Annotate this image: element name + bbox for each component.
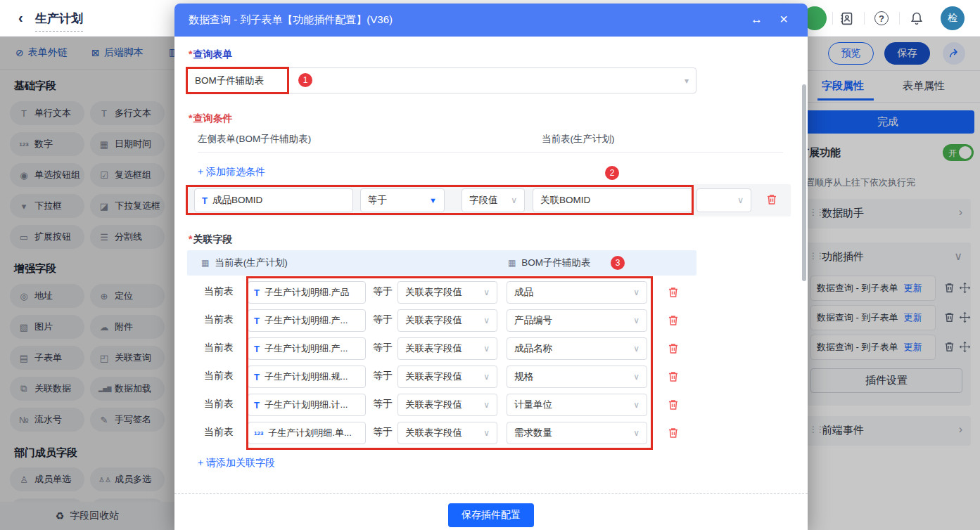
- header-divider: [864, 12, 865, 25]
- chevron-down-icon: ∨: [633, 400, 639, 410]
- row-field-input[interactable]: T子生产计划明细.产...: [248, 309, 366, 332]
- row-value-select[interactable]: 成品名称∨: [507, 337, 647, 360]
- condition-operator-select[interactable]: 等于 ▼: [360, 188, 445, 212]
- help-icon[interactable]: ?: [872, 9, 891, 27]
- text-field-icon: T: [254, 344, 260, 354]
- row-mode-select[interactable]: 关联表字段值∨: [397, 422, 497, 444]
- contacts-icon[interactable]: [837, 9, 855, 27]
- delete-row-icon[interactable]: [667, 370, 680, 383]
- condition-header-divider: [198, 152, 783, 153]
- text-field-icon: T: [202, 195, 208, 206]
- header-divider: [832, 12, 833, 25]
- delete-row-icon[interactable]: [667, 314, 680, 327]
- chevron-down-icon: ∨: [737, 195, 744, 205]
- condition-left-header: 左侧表单(BOM子件辅助表): [198, 133, 311, 146]
- row-mode-select[interactable]: 关联表字段值∨: [397, 394, 497, 416]
- condition-row: T 成品BOMID 等于 ▼ 字段值 ∨ 关联BOMID ∨: [187, 184, 791, 216]
- related-field-row: 当前表 123子生产计划明细.单... 等于 关联表字段值∨ 需求数量∨: [174, 419, 808, 447]
- chevron-down-icon: ∨: [633, 316, 639, 325]
- query-form-label: *查询表单: [189, 49, 232, 61]
- save-plugin-config-button[interactable]: 保存插件配置: [448, 503, 534, 527]
- chevron-down-icon: ∨: [483, 372, 490, 382]
- row-field-input[interactable]: 123子生产计划明细.单...: [248, 422, 366, 444]
- row-mode-select[interactable]: 关联表字段值∨: [397, 309, 497, 332]
- related-field-row: 当前表 T子生产计划明细.产品 等于 关联表字段值∨ 成品∨: [174, 278, 808, 306]
- modal-backdrop-left: [0, 37, 174, 530]
- condition-field-input[interactable]: T 成品BOMID: [194, 188, 353, 212]
- text-field-icon: T: [254, 400, 260, 411]
- related-right-header: ▦ BOM子件辅助表: [508, 257, 591, 269]
- related-field-row: 当前表 T子生产计划明细.规... 等于 关联表字段值∨ 规格∨: [174, 363, 808, 391]
- chevron-down-icon: ∨: [633, 428, 639, 438]
- row-value-select[interactable]: 需求数量∨: [507, 422, 647, 444]
- annotation-badge-2: 2: [605, 166, 619, 180]
- chevron-down-icon: ∨: [483, 287, 490, 297]
- chevron-down-icon: ∨: [483, 428, 490, 438]
- row-field-input[interactable]: T子生产计划明细.产...: [248, 337, 366, 360]
- chevron-down-icon: ∨: [483, 316, 490, 325]
- chevron-down-icon: ∨: [633, 344, 639, 354]
- dialog-title: 数据查询 - 到子表单【功能插件配置】(V36): [189, 13, 393, 27]
- chevron-down-icon: ∨: [633, 287, 639, 297]
- related-field-row: 当前表 T子生产计划明细.计... 等于 关联表字段值∨ 计量单位∨: [174, 391, 808, 419]
- user-avatar[interactable]: 检: [941, 6, 965, 30]
- add-related-field-link[interactable]: + 请添加关联字段: [198, 457, 275, 470]
- chevron-down-icon: ∨: [511, 195, 517, 205]
- add-filter-condition-link[interactable]: + 添加筛选条件: [198, 166, 265, 179]
- chevron-down-icon: ∨: [633, 372, 639, 382]
- condition-right-header: 当前表(生产计划): [542, 133, 615, 146]
- form-icon: ▦: [201, 258, 209, 268]
- row-field-input[interactable]: T子生产计划明细.规...: [248, 366, 366, 388]
- condition-extra-select[interactable]: ∨: [696, 188, 751, 212]
- annotation-badge-1: 1: [298, 73, 312, 87]
- related-left-header: ▦ 当前表(生产计划): [201, 257, 288, 269]
- text-field-icon: T: [254, 287, 260, 298]
- related-fields-label: *关联字段: [189, 233, 232, 246]
- query-conditions-label: *查询条件: [189, 112, 232, 125]
- condition-mode-select[interactable]: 字段值 ∨: [462, 188, 525, 212]
- expand-icon[interactable]: ↔: [751, 13, 763, 27]
- modal-scrollbar[interactable]: [802, 84, 806, 281]
- form-title[interactable]: 生产计划: [35, 11, 83, 32]
- dialog-header: 数据查询 - 到子表单【功能插件配置】(V36) ↔ ×: [174, 4, 808, 37]
- close-icon[interactable]: ×: [779, 11, 788, 27]
- text-field-icon: T: [254, 316, 260, 326]
- row-value-select[interactable]: 产品编号∨: [507, 309, 647, 332]
- back-button[interactable]: ‹: [18, 10, 23, 26]
- annotation-badge-3: 3: [611, 256, 625, 270]
- plugin-config-dialog: 数据查询 - 到子表单【功能插件配置】(V36) ↔ × *查询表单 BOM子件…: [174, 4, 808, 530]
- delete-row-icon[interactable]: [667, 427, 680, 439]
- row-field-input[interactable]: T子生产计划明细.产品: [248, 281, 366, 304]
- text-field-icon: T: [254, 372, 260, 382]
- delete-row-icon[interactable]: [667, 399, 680, 411]
- condition-value-select[interactable]: 关联BOMID: [533, 188, 693, 212]
- delete-row-icon[interactable]: [667, 342, 680, 355]
- related-field-row: 当前表 T子生产计划明细.产... 等于 关联表字段值∨ 成品名称∨: [174, 335, 808, 363]
- notification-bell-icon[interactable]: [908, 9, 926, 27]
- chevron-down-icon: ∨: [483, 344, 490, 354]
- number-field-icon: 123: [254, 430, 263, 437]
- row-mode-select[interactable]: 关联表字段值∨: [397, 337, 497, 360]
- related-field-row: 当前表 T子生产计划明细.产... 等于 关联表字段值∨ 产品编号∨: [174, 306, 808, 335]
- caret-down-icon: ▼: [429, 196, 437, 205]
- query-form-select[interactable]: BOM子件辅助表 ▾: [187, 67, 696, 93]
- delete-condition-icon[interactable]: [765, 193, 778, 206]
- row-mode-select[interactable]: 关联表字段值∨: [397, 366, 497, 388]
- row-value-select[interactable]: 成品∨: [507, 281, 647, 304]
- footer-divider: [174, 493, 808, 494]
- chevron-down-icon: ▾: [685, 76, 689, 86]
- row-value-select[interactable]: 规格∨: [507, 366, 647, 388]
- chevron-down-icon: ∨: [483, 400, 490, 410]
- row-value-select[interactable]: 计量单位∨: [507, 394, 647, 416]
- row-mode-select[interactable]: 关联表字段值∨: [397, 281, 497, 304]
- row-field-input[interactable]: T子生产计划明细.计...: [248, 394, 366, 416]
- form-icon: ▦: [508, 258, 516, 268]
- delete-row-icon[interactable]: [667, 286, 680, 299]
- header-divider: [899, 12, 900, 25]
